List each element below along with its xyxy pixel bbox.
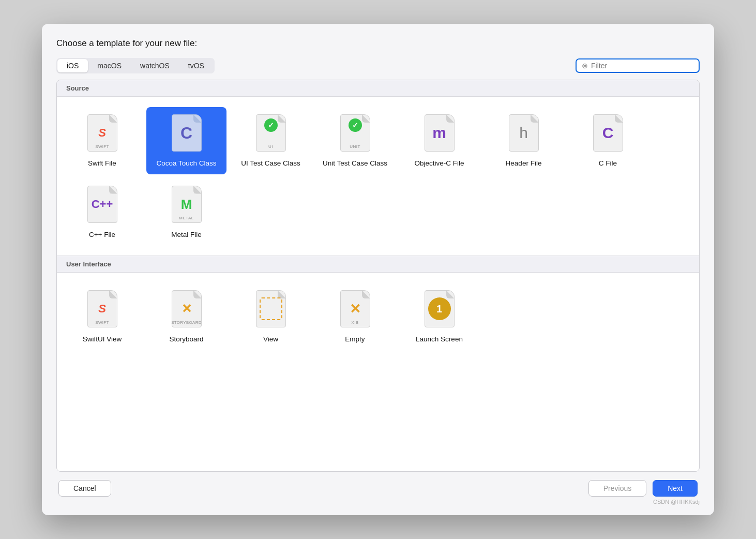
- swift-file-icon: S SWIFT: [84, 112, 121, 154]
- tab-tvos[interactable]: tvOS: [179, 59, 214, 72]
- item-ui-test-case[interactable]: ✓ UI UI Test Case Class: [231, 107, 311, 174]
- c-file-label: C File: [599, 159, 617, 168]
- item-storyboard[interactable]: ✕ STORYBOARD Storyboard: [146, 283, 226, 350]
- item-c-file[interactable]: C C File: [568, 107, 648, 174]
- empty-icon: ✕ XIB: [337, 288, 374, 330]
- metal-file-icon: M METAL: [168, 184, 205, 225]
- unit-test-case-label: Unit Test Case Class: [323, 159, 387, 168]
- new-file-dialog: Choose a template for your new file: iOS…: [42, 24, 714, 515]
- swiftui-view-icon: S SWIFT: [84, 288, 121, 330]
- filter-icon: ⊜: [582, 62, 588, 70]
- view-icon: [252, 288, 290, 330]
- cocoa-touch-class-label: Cocoa Touch Class: [156, 159, 216, 168]
- objc-file-icon: m: [421, 112, 458, 154]
- next-button[interactable]: Next: [653, 480, 698, 497]
- item-swiftui-view[interactable]: S SWIFT SwiftUI View: [62, 283, 142, 350]
- watermark: CSDN @HHKKsdj: [56, 499, 700, 505]
- unit-test-case-icon: ✓ UNIT: [337, 112, 374, 154]
- tab-ios[interactable]: iOS: [57, 59, 88, 72]
- c-file-icon: C: [589, 112, 627, 154]
- item-view[interactable]: View: [231, 283, 311, 350]
- swift-file-label: Swift File: [88, 159, 116, 168]
- tab-watchos[interactable]: watchOS: [131, 59, 179, 72]
- cpp-file-icon: C++: [84, 184, 121, 225]
- launch-screen-icon: 1: [421, 288, 458, 330]
- source-section-header: Source: [57, 80, 699, 97]
- platform-tabs: iOS macOS watchOS tvOS: [56, 58, 215, 73]
- navigation-buttons: Previous Next: [588, 480, 698, 497]
- storyboard-icon: ✕ STORYBOARD: [168, 288, 205, 330]
- item-cocoa-touch-class[interactable]: C Cocoa Touch Class: [146, 107, 226, 174]
- bottom-bar: Cancel Previous Next: [56, 480, 700, 497]
- item-swift-file[interactable]: S SWIFT Swift File: [62, 107, 142, 174]
- previous-button[interactable]: Previous: [588, 480, 646, 497]
- search-box: ⊜: [576, 58, 700, 73]
- item-empty[interactable]: ✕ XIB Empty: [315, 283, 395, 350]
- ui-test-case-icon: ✓ UI: [252, 112, 290, 154]
- storyboard-label: Storyboard: [169, 335, 203, 344]
- view-label: View: [263, 335, 278, 344]
- objc-file-label: Objective-C File: [414, 159, 464, 168]
- empty-label: Empty: [345, 335, 365, 344]
- search-input[interactable]: [591, 62, 693, 70]
- item-objc-file[interactable]: m Objective-C File: [399, 107, 479, 174]
- item-header-file[interactable]: h Header File: [483, 107, 564, 174]
- metal-file-label: Metal File: [171, 230, 202, 239]
- toolbar: iOS macOS watchOS tvOS ⊜: [56, 58, 700, 73]
- header-file-icon: h: [505, 112, 542, 154]
- cocoa-touch-class-icon: C: [168, 112, 205, 154]
- cpp-file-label: C++ File: [89, 230, 115, 239]
- swiftui-view-label: SwiftUI View: [83, 335, 122, 344]
- item-launch-screen[interactable]: 1 Launch Screen: [399, 283, 479, 350]
- cancel-button[interactable]: Cancel: [58, 480, 111, 497]
- item-cpp-file[interactable]: C++ C++ File: [62, 178, 142, 246]
- item-unit-test-case[interactable]: ✓ UNIT Unit Test Case Class: [315, 107, 395, 174]
- tab-macos[interactable]: macOS: [88, 59, 131, 72]
- item-metal-file[interactable]: M METAL Metal File: [146, 178, 226, 246]
- template-grid: Source S SWIFT Swift File: [56, 80, 700, 472]
- source-items-grid: S SWIFT Swift File C Cocoa Touch Class: [57, 97, 699, 256]
- ui-test-case-label: UI Test Case Class: [241, 159, 300, 168]
- launch-screen-label: Launch Screen: [416, 335, 463, 344]
- ui-items-grid: S SWIFT SwiftUI View ✕ STORYBOARD Storyb: [57, 273, 699, 361]
- header-file-label: Header File: [506, 159, 542, 168]
- dialog-title: Choose a template for your new file:: [56, 38, 700, 49]
- ui-section-header: User Interface: [57, 256, 699, 273]
